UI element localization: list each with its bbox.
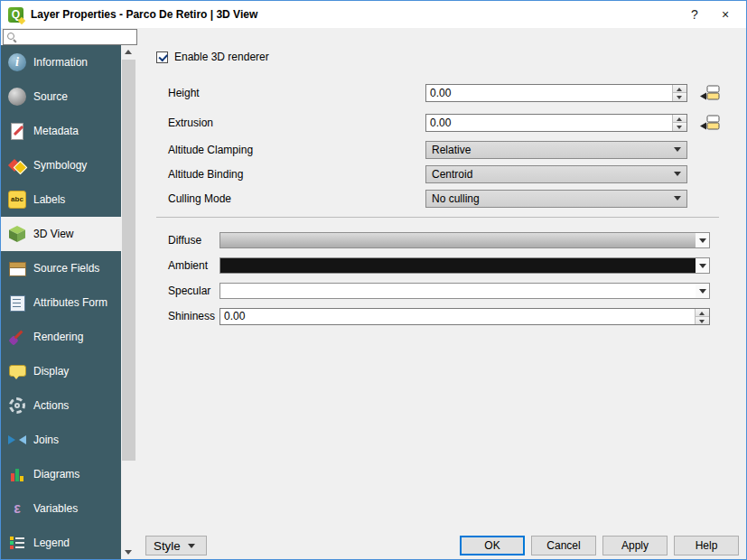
scroll-up-icon[interactable] [121,45,136,59]
symbology-icon [8,156,26,174]
sidebar-item-rendering[interactable]: Rendering [1,320,121,354]
spin-up-icon[interactable] [696,309,709,317]
epsilon-icon [8,499,26,518]
sidebar-item-label: Information [33,56,88,69]
sidebar-item-label: Joins [33,434,59,446]
join-arrows-icon [8,431,26,449]
spin-down-icon[interactable] [673,93,686,101]
sidebar-item-actions[interactable]: Actions [1,388,121,423]
altitude-clamping-value: Relative [432,144,674,156]
shininess-label: Shininess [168,310,219,322]
sidebar-item-variables[interactable]: Variables [1,491,121,526]
sidebar-item-label: Diagrams [33,468,79,481]
sidebar-item-diagrams[interactable]: Diagrams [1,457,121,491]
metadata-icon [8,122,26,140]
sidebar-item-joins[interactable]: Joins [1,423,121,457]
enable-3d-renderer-label: Enable 3D renderer [174,51,269,63]
chevron-down-icon [674,196,681,201]
apply-button[interactable]: Apply [602,536,668,555]
altitude-binding-select[interactable]: Centroid [425,165,687,183]
diffuse-color-button[interactable] [219,232,710,248]
culling-mode-select[interactable]: No culling [425,190,687,208]
sidebar-item-3d-view[interactable]: 3D View [1,217,121,251]
sidebar-item-label: Metadata [33,125,79,137]
qgis-logo-icon: Q [8,7,23,23]
gear-icon [8,397,26,415]
ambient-color-dropdown[interactable] [696,258,709,273]
paintbrush-icon [8,328,26,346]
diffuse-color-dropdown[interactable] [696,233,709,247]
sidebar-item-metadata[interactable]: Metadata [1,114,121,148]
shininess-spinbox[interactable] [219,308,710,325]
bar-chart-icon [8,465,26,483]
close-button[interactable]: × [710,3,741,26]
sidebar-item-label: Source [33,90,68,103]
sidebar-item-label: Display [33,365,69,378]
labels-abc-icon [8,191,26,209]
sidebar: Information Source Metadata Symbology La… [1,45,136,559]
separator [156,217,719,218]
style-button-label: Style [154,539,181,553]
ambient-color-swatch [220,258,696,273]
sidebar-item-display[interactable]: Display [1,354,121,388]
altitude-clamping-label: Altitude Clamping [168,144,425,156]
sidebar-item-labels[interactable]: Labels [1,182,121,217]
specular-color-dropdown[interactable] [696,284,709,298]
ambient-color-button[interactable] [219,257,710,274]
cube-3d-icon [8,225,26,243]
enable-3d-renderer-checkbox[interactable] [156,51,168,63]
sidebar-item-information[interactable]: Information [1,45,121,79]
shininess-spin-buttons [695,309,709,324]
extrusion-spinbox[interactable] [425,114,687,132]
source-icon [8,88,26,106]
sidebar-item-source-fields[interactable]: Source Fields [1,251,121,285]
dialog-buttons: OK Cancel Apply Help [460,536,739,555]
specular-label: Specular [168,285,219,297]
titlebar: Q Layer Properties - Parco De Retiro | 3… [1,1,746,28]
spin-down-icon[interactable] [673,123,686,131]
3d-view-panel: Enable 3D renderer Height Extrusion [138,29,746,528]
chevron-down-icon [674,147,681,152]
search-input[interactable] [20,30,136,44]
altitude-binding-label: Altitude Binding [168,168,425,181]
height-data-defined-override-button[interactable] [698,85,720,101]
style-menu-button[interactable]: Style [145,536,207,555]
sidebar-item-label: Rendering [33,331,83,343]
chevron-down-icon [699,238,706,243]
height-label: Height [168,87,425,99]
height-spinbox[interactable] [425,84,687,102]
sidebar-item-symbology[interactable]: Symbology [1,148,121,182]
sidebar-item-label: Symbology [33,159,87,172]
shininess-input[interactable] [220,309,695,324]
sidebar-items: Information Source Metadata Symbology La… [1,45,121,559]
specular-color-button[interactable] [219,283,710,299]
extrusion-data-defined-override-button[interactable] [698,115,720,131]
diffuse-label: Diffuse [168,234,219,247]
diffuse-color-swatch [220,233,696,247]
spin-down-icon[interactable] [696,317,709,324]
sidebar-scrollbar[interactable] [121,45,136,559]
culling-mode-row: Culling Mode No culling [168,189,746,208]
height-spin-buttons [672,85,686,101]
extrusion-spin-buttons [672,115,686,131]
chevron-down-icon [699,264,706,268]
height-input[interactable] [426,85,672,101]
help-button[interactable]: ? [679,3,710,26]
cancel-button[interactable]: Cancel [531,536,596,555]
sidebar-item-label: Labels [33,193,65,206]
extrusion-label: Extrusion [168,117,425,129]
ok-button[interactable]: OK [460,536,525,555]
specular-color-swatch [220,284,696,298]
sidebar-item-label: Variables [33,502,78,515]
extrusion-input[interactable] [426,115,672,131]
scroll-down-icon[interactable] [121,546,136,559]
scrollbar-thumb[interactable] [122,60,135,461]
sidebar-item-source[interactable]: Source [1,79,121,114]
sidebar-item-attributes-form[interactable]: Attributes Form [1,285,121,320]
altitude-clamping-select[interactable]: Relative [425,141,687,159]
help-button-footer[interactable]: Help [674,536,739,555]
layer-properties-dialog: Q Layer Properties - Parco De Retiro | 3… [0,0,747,560]
spin-up-icon[interactable] [673,85,686,94]
spin-up-icon[interactable] [673,115,686,124]
sidebar-item-legend[interactable]: Legend [1,526,121,559]
